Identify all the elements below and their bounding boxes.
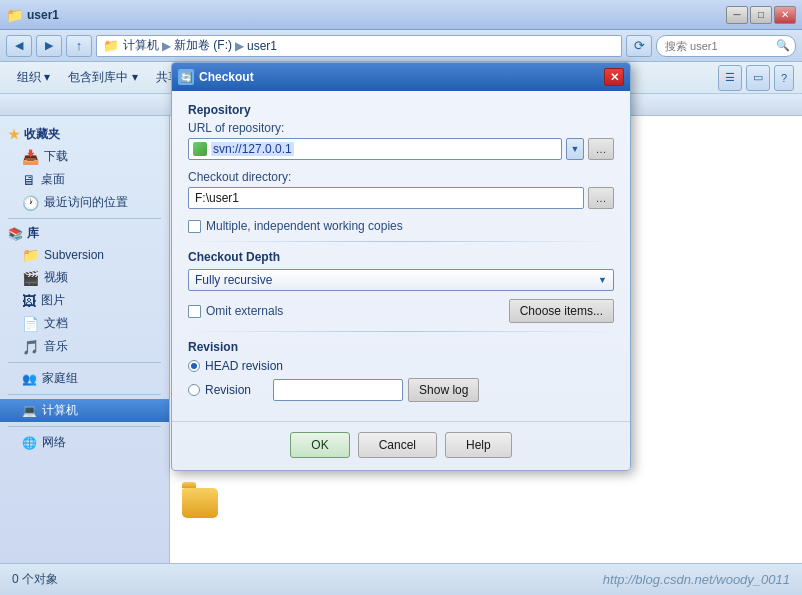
computer-icon: 💻: [22, 404, 37, 418]
address-bar: ◀ ▶ ↑ 📁 计算机 ▶ 新加卷 (F:) ▶ user1 ⟳ 🔍: [0, 30, 802, 62]
subversion-icon: 📁: [22, 247, 39, 263]
preview-button[interactable]: ▭: [746, 65, 770, 91]
sidebar-item-videos[interactable]: 🎬 视频: [0, 266, 169, 289]
view-button[interactable]: ☰: [718, 65, 742, 91]
sidebar-item-documents[interactable]: 📄 文档: [0, 312, 169, 335]
repository-section-label: Repository: [188, 103, 614, 117]
path-folder: user1: [247, 39, 277, 53]
sidebar-item-computer[interactable]: 💻 计算机: [0, 399, 169, 422]
network-icon: 🌐: [22, 436, 37, 450]
multiple-copies-checkbox[interactable]: [188, 220, 201, 233]
checkout-dir-input[interactable]: F:\user1: [188, 187, 584, 209]
omit-externals-label: Omit externals: [206, 304, 283, 318]
choose-items-button[interactable]: Choose items...: [509, 299, 614, 323]
address-path[interactable]: 📁 计算机 ▶ 新加卷 (F:) ▶ user1: [96, 35, 622, 57]
revision-section: Revision HEAD revision Revision Show log: [188, 340, 614, 402]
sidebar-item-homegroup[interactable]: 👥 家庭组: [0, 367, 169, 390]
documents-icon: 📄: [22, 316, 39, 332]
revision-row: Revision Show log: [188, 378, 614, 402]
library-icon: 📚: [8, 227, 23, 241]
search-wrapper: 🔍: [656, 35, 796, 57]
head-revision-radio[interactable]: [188, 360, 200, 372]
depth-select[interactable]: Fully recursive ▼: [188, 269, 614, 291]
watermark-text: http://blog.csdn.net/woody_0011: [603, 572, 790, 587]
sidebar-item-recent[interactable]: 🕐 最近访问的位置: [0, 191, 169, 214]
revision-input[interactable]: [273, 379, 403, 401]
restore-button[interactable]: □: [750, 6, 772, 24]
revision-radio[interactable]: [188, 384, 200, 396]
music-icon: 🎵: [22, 339, 39, 355]
url-input[interactable]: svn://127.0.0.1: [188, 138, 562, 160]
url-browse-button[interactable]: …: [588, 138, 614, 160]
url-label: URL of repository:: [188, 121, 614, 135]
multiple-copies-label: Multiple, independent working copies: [206, 219, 403, 233]
up-button[interactable]: ↑: [66, 35, 92, 57]
sidebar-item-music[interactable]: 🎵 音乐: [0, 335, 169, 358]
organize-button[interactable]: 组织 ▾: [8, 65, 59, 91]
depth-select-arrow: ▼: [598, 275, 607, 285]
url-icon: [193, 142, 207, 156]
libraries-header[interactable]: 📚 库: [0, 223, 169, 244]
dir-browse-button[interactable]: …: [588, 187, 614, 209]
head-revision-row: HEAD revision: [188, 359, 614, 373]
omit-row: Omit externals Choose items...: [188, 299, 614, 323]
explorer-window: 📁 user1 ─ □ ✕ ◀ ▶ ↑ 📁 计算机 ▶ 新加卷 (F:) ▶ u…: [0, 0, 802, 595]
url-text: svn://127.0.0.1: [211, 142, 294, 156]
title-bar-controls: ─ □ ✕: [726, 6, 796, 24]
help-button[interactable]: ?: [774, 65, 794, 91]
favorites-section: ★ 收藏夹 📥 下载 🖥 桌面 🕐 最近访问的位置: [0, 124, 169, 214]
search-icon: 🔍: [776, 39, 790, 52]
pictures-icon: 🖼: [22, 293, 36, 309]
sidebar-item-desktop[interactable]: 🖥 桌面: [0, 168, 169, 191]
multiple-copies-row: Multiple, independent working copies: [188, 219, 614, 233]
dialog-title-left: 🔄 Checkout: [178, 69, 254, 85]
depth-section-label: Checkout Depth: [188, 250, 614, 264]
search-input[interactable]: [656, 35, 796, 57]
back-button[interactable]: ◀: [6, 35, 32, 57]
sidebar-item-subversion[interactable]: 📁 Subversion: [0, 244, 169, 266]
depth-value: Fully recursive: [195, 273, 272, 287]
checkout-dialog: 🔄 Checkout ✕ Repository URL of repositor…: [171, 62, 631, 471]
favorites-header[interactable]: ★ 收藏夹: [0, 124, 169, 145]
dialog-close-button[interactable]: ✕: [604, 68, 624, 86]
revision-section-label: Revision: [188, 340, 614, 354]
dialog-body: Repository URL of repository: svn://127.…: [172, 91, 630, 421]
recent-icon: 🕐: [22, 195, 39, 211]
title-bar: 📁 user1 ─ □ ✕: [0, 0, 802, 30]
desktop-icon: 🖥: [22, 172, 36, 188]
checkout-dir-row: F:\user1 …: [188, 187, 614, 209]
refresh-button[interactable]: ⟳: [626, 35, 652, 57]
sidebar-item-pictures[interactable]: 🖼 图片: [0, 289, 169, 312]
dialog-title: Checkout: [199, 70, 254, 84]
path-drive: 新加卷 (F:): [174, 37, 232, 54]
close-window-button[interactable]: ✕: [774, 6, 796, 24]
status-bar: 0 个对象 http://blog.csdn.net/woody_0011: [0, 563, 802, 595]
sidebar: ★ 收藏夹 📥 下载 🖥 桌面 🕐 最近访问的位置: [0, 116, 170, 563]
revision-label: Revision: [205, 383, 251, 397]
url-row: svn://127.0.0.1 ▼ …: [188, 138, 614, 160]
object-count: 0 个对象: [12, 571, 58, 588]
sidebar-item-network[interactable]: 🌐 网络: [0, 431, 169, 454]
downloads-icon: 📥: [22, 149, 39, 165]
omit-externals-checkbox[interactable]: [188, 305, 201, 318]
forward-button[interactable]: ▶: [36, 35, 62, 57]
title-bar-left: 📁 user1: [6, 7, 59, 23]
minimize-button[interactable]: ─: [726, 6, 748, 24]
depth-row: Fully recursive ▼: [188, 269, 614, 291]
head-revision-label: HEAD revision: [205, 359, 283, 373]
path-computer: 计算机: [123, 37, 159, 54]
libraries-section: 📚 库 📁 Subversion 🎬 视频 🖼 图片 📄 文档: [0, 223, 169, 358]
dialog-footer: OK Cancel Help: [172, 421, 630, 470]
show-log-button[interactable]: Show log: [408, 378, 479, 402]
window-title: user1: [27, 8, 59, 22]
ok-button[interactable]: OK: [290, 432, 349, 458]
sidebar-item-downloads[interactable]: 📥 下载: [0, 145, 169, 168]
cancel-button[interactable]: Cancel: [358, 432, 437, 458]
dialog-icon: 🔄: [178, 69, 194, 85]
videos-icon: 🎬: [22, 270, 39, 286]
homegroup-icon: 👥: [22, 372, 37, 386]
include-button[interactable]: 包含到库中 ▾: [59, 65, 146, 91]
url-dropdown-button[interactable]: ▼: [566, 138, 584, 160]
folder-watermark: [182, 488, 218, 518]
help-button[interactable]: Help: [445, 432, 512, 458]
